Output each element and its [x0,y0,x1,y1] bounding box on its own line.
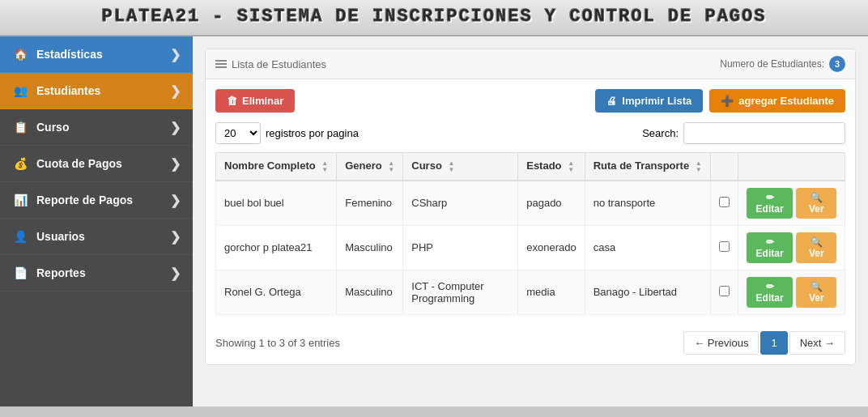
delete-button[interactable]: 🗑 Eliminar [215,89,295,113]
sidebar-item-usuarios[interactable]: 👤 Usuarios ❯ [0,219,193,255]
sidebar-item-left-cuota-pagos: 💰 Cuota de Pagos [12,155,122,172]
arrow-icon-estudiantes: ❯ [170,83,181,99]
sidebar-item-curso[interactable]: 📋 Curso ❯ [0,109,193,146]
sort-nombre: ▲ ▼ [321,160,328,173]
add-student-button[interactable]: ➕ agregar Estudiante [709,89,845,113]
arrow-icon-estadisticas: ❯ [170,47,181,62]
cell-curso: CSharp [403,181,518,226]
cell-check [710,225,738,270]
sidebar-item-left-reportes: 📄 Reportes [12,265,86,281]
home-icon: 🏠 [12,46,28,62]
cell-estado: media [518,270,585,314]
cell-genero: Femenino [337,181,403,226]
toolbar-row: 🗑 Eliminar 🖨 Imprimir Lista ➕ agregar Es… [215,89,845,113]
cell-nombre: buel bol buel [216,181,337,226]
sidebar-label-reporte-pagos: Reporte de Pagos [36,194,133,206]
table-body: buel bol buel Femenino CSharp pagado no … [216,181,845,315]
sort-genero: ▲▼ [388,160,394,173]
plus-icon: ➕ [721,95,734,107]
edit-button-0[interactable]: ✏ Editar [747,188,794,219]
print-icon: 🖨 [606,95,617,107]
cell-curso: ICT - Computer Programming [403,270,518,314]
sidebar: 🏠 Estadísticas ❯ 👥 Estudiantes ❯ 📋 Curso… [0,36,193,406]
file-icon: 📄 [12,265,28,281]
cell-estado: exonerado [518,225,585,270]
students-table: Nombre Completo ▲ ▼ Genero ▲▼ [215,152,845,315]
sidebar-item-reportes[interactable]: 📄 Reportes ❯ [0,255,193,291]
delete-label: Eliminar [242,95,283,107]
pagination-buttons: ← Previous 1 Next → [683,331,845,355]
cell-nombre: gorchor p platea21 [216,225,337,270]
sidebar-label-reportes: Reportes [36,266,86,279]
sidebar-label-cuota-pagos: Cuota de Pagos [36,157,122,170]
sidebar-label-estadisticas: Estadísticas [36,48,103,61]
cell-actions: ✏ Editar 🔍 Ver [738,270,845,314]
arrow-icon-reportes: ❯ [170,266,181,281]
sidebar-item-left-estudiantes: 👥 Estudiantes [12,83,100,99]
sidebar-item-left-curso: 📋 Curso [12,119,69,135]
coin-icon: 💰 [12,155,28,172]
sidebar-item-estadisticas[interactable]: 🏠 Estadísticas ❯ [0,36,193,73]
table-row: buel bol buel Femenino CSharp pagado no … [216,181,845,226]
table-header: Nombre Completo ▲ ▼ Genero ▲▼ [216,153,845,181]
cell-ruta: Banago - Libertad [585,270,710,314]
search-row: Search: [642,122,845,144]
cell-check [710,270,738,314]
arrow-icon-reporte-pagos: ❯ [170,193,181,208]
users-icon: 👥 [12,83,28,99]
right-toolbar: 🖨 Imprimir Lista ➕ agregar Estudiante [595,89,845,113]
table-icon: 📊 [12,192,28,208]
panel-title: Lista de Estudiantes [215,58,326,70]
col-ruta: Ruta de Transporte ▲▼ [585,153,710,181]
panel-title-text: Lista de Estudiantes [232,58,326,70]
panel-header: Lista de Estudiantes Numero de Estudiant… [206,49,855,79]
col-nombre: Nombre Completo ▲ ▼ [216,153,337,181]
sidebar-label-curso: Curso [36,121,69,134]
hamburger-icon [215,60,227,68]
sidebar-label-usuarios: Usuarios [36,230,85,243]
edit-button-2[interactable]: ✏ Editar [747,277,794,308]
cell-actions: ✏ Editar 🔍 Ver [738,181,845,226]
previous-button[interactable]: ← Previous [683,331,759,355]
view-button-1[interactable]: 🔍 Ver [796,232,836,263]
per-page-select[interactable]: 20 50 100 [215,122,261,144]
header-row: Nombre Completo ▲ ▼ Genero ▲▼ [216,153,845,181]
students-panel: Lista de Estudiantes Numero de Estudiant… [205,49,856,365]
sort-ruta: ▲▼ [696,160,702,173]
table-row: Ronel G. Ortega Masculino ICT - Computer… [216,270,845,314]
sidebar-item-cuota-pagos[interactable]: 💰 Cuota de Pagos ❯ [0,146,193,182]
row-checkbox-2[interactable] [719,286,730,296]
cell-ruta: casa [585,225,710,270]
count-label: Numero de Estudiantes: [720,58,824,70]
action-buttons-1: ✏ Editar 🔍 Ver [747,232,836,263]
print-label: Imprimir Lista [622,95,691,107]
sidebar-item-reporte-pagos[interactable]: 📊 Reporte de Pagos ❯ [0,182,193,219]
edit-button-1[interactable]: ✏ Editar [747,232,794,263]
next-button[interactable]: Next → [789,331,845,355]
page-1-button[interactable]: 1 [760,331,787,355]
sidebar-item-estudiantes[interactable]: 👥 Estudiantes ❯ [0,73,193,109]
app-title: PLATEA21 - SISTEMA DE INSCRIPCIONES Y CO… [0,6,868,27]
main-layout: 🏠 Estadísticas ❯ 👥 Estudiantes ❯ 📋 Curso… [0,36,868,406]
action-buttons-2: ✏ Editar 🔍 Ver [747,277,836,308]
add-label: agregar Estudiante [738,95,834,107]
app-header: PLATEA21 - SISTEMA DE INSCRIPCIONES Y CO… [0,0,868,36]
row-checkbox-0[interactable] [719,197,730,207]
search-input[interactable] [683,122,845,144]
view-button-2[interactable]: 🔍 Ver [796,277,836,308]
arrow-icon-usuarios: ❯ [170,229,181,245]
cell-actions: ✏ Editar 🔍 Ver [738,225,845,270]
content-area: Lista de Estudiantes Numero de Estudiant… [193,36,868,406]
pagination-row: Showing 1 to 3 of 3 entries ← Previous 1… [215,325,845,355]
per-page-label: registros por pagina [266,127,359,139]
sort-estado: ▲▼ [568,160,574,173]
cell-check [710,181,738,226]
col-estado: Estado ▲▼ [518,153,585,181]
sort-curso: ▲▼ [448,160,454,173]
row-checkbox-1[interactable] [719,241,730,252]
sidebar-item-left-usuarios: 👤 Usuarios [12,228,85,245]
view-button-0[interactable]: 🔍 Ver [796,188,836,219]
print-button[interactable]: 🖨 Imprimir Lista [595,89,703,113]
entries-left: 20 50 100 registros por pagina [215,122,359,144]
student-count-badge: 3 [829,56,845,72]
